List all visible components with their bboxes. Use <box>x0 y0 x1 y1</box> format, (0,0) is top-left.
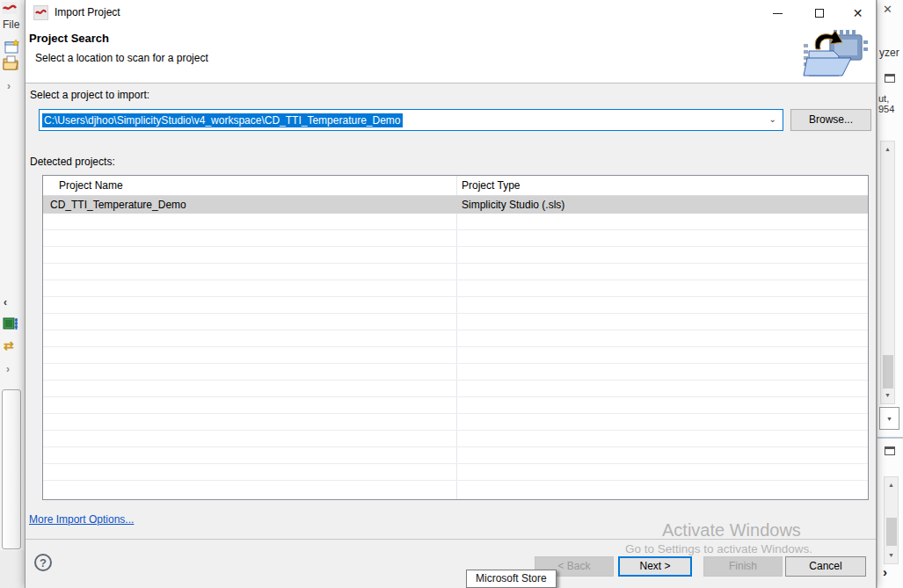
expand-chevron-icon[interactable]: › <box>6 363 10 375</box>
table-row[interactable] <box>43 264 868 280</box>
view-close-icon[interactable]: ✕ <box>883 3 892 16</box>
scroll-up-icon[interactable]: ▲ <box>881 143 894 156</box>
table-row[interactable] <box>43 464 868 481</box>
column-header-project-name[interactable]: Project Name <box>43 179 456 192</box>
import-project-dialog: Import Project ✕ Project Search Select a… <box>25 0 877 588</box>
table-row[interactable] <box>43 431 868 447</box>
restore-panel-icon[interactable] <box>885 74 895 83</box>
ide-left-strip: File › ‹ ⇄ › <box>0 0 25 588</box>
ide-right-strip: ✕ yzer ut, 954 ▲ ▼ ▼ ▲ ▼ › <box>877 0 903 588</box>
sync-arrows-icon[interactable]: ⇄ <box>4 338 14 352</box>
table-row[interactable] <box>43 330 868 347</box>
next-button[interactable]: Next > <box>618 556 692 577</box>
table-row[interactable] <box>43 280 868 297</box>
minimize-button[interactable] <box>758 0 797 26</box>
scroll-left-icon[interactable]: ‹ <box>4 296 7 309</box>
table-row-selected[interactable]: CD_TTI_Temperature_Demo Simplicity Studi… <box>43 196 868 214</box>
table-row[interactable] <box>43 297 868 314</box>
project-path-combobox[interactable]: C:\Users\djhoo\SimplicityStudio\v4_works… <box>39 109 783 131</box>
dialog-titlebar[interactable]: Import Project ✕ <box>25 0 876 26</box>
expand-chevron-icon[interactable]: › <box>883 564 887 579</box>
chip-view-icon[interactable] <box>3 316 19 335</box>
chevron-down-icon[interactable]: ⌄ <box>769 114 776 124</box>
table-header-row: Project Name Project Type <box>43 176 868 196</box>
cancel-button[interactable]: Cancel <box>785 556 866 577</box>
wizard-header: Project Search Select a location to scan… <box>25 26 876 83</box>
taskbar-tooltip: Microsoft Store <box>466 570 557 588</box>
dialog-title: Import Project <box>55 6 120 18</box>
table-row[interactable] <box>43 230 868 247</box>
help-button[interactable]: ? <box>34 554 52 571</box>
status-text-partial: ut, 954 <box>878 93 903 114</box>
simplicity-studio-icon <box>33 5 48 20</box>
maximize-button[interactable] <box>799 0 839 26</box>
table-row[interactable] <box>43 381 868 397</box>
project-name-cell: CD_TTI_Temperature_Demo <box>43 199 456 211</box>
maximize-icon <box>815 9 824 18</box>
open-folder-icon[interactable] <box>3 55 20 75</box>
scrollbar-thumb[interactable] <box>883 355 893 388</box>
table-row[interactable] <box>43 347 868 364</box>
more-import-options-link[interactable]: More Import Options... <box>29 513 134 526</box>
table-row[interactable] <box>43 214 868 230</box>
browse-button[interactable]: Browse... <box>790 109 871 131</box>
import-folder-graphic-icon <box>797 28 869 81</box>
select-project-label: Select a project to import: <box>30 89 149 101</box>
table-row[interactable] <box>43 314 868 330</box>
table-row[interactable] <box>43 447 868 464</box>
close-button[interactable]: ✕ <box>838 0 878 26</box>
wizard-subtitle: Select a location to scan for a project <box>35 52 208 64</box>
scroll-down-icon[interactable]: ▼ <box>881 389 894 402</box>
table-empty-rows <box>43 214 868 481</box>
table-row[interactable] <box>43 397 868 414</box>
collapsed-panel <box>2 389 21 549</box>
table-row[interactable] <box>43 247 868 264</box>
menu-file[interactable]: File <box>3 18 19 31</box>
expand-chevron-icon[interactable]: › <box>7 80 11 92</box>
table-row[interactable] <box>43 414 868 431</box>
scrollbar-vertical[interactable]: ▲ ▼ <box>880 141 895 404</box>
detected-projects-table: Project Name Project Type CD_TTI_Tempera… <box>42 175 869 500</box>
dropdown-button[interactable]: ▼ <box>879 407 899 430</box>
wizard-title: Project Search <box>29 32 109 45</box>
scroll-down-icon[interactable]: ▼ <box>885 549 898 562</box>
scroll-up-icon[interactable]: ▲ <box>885 479 898 491</box>
scrollbar-thumb[interactable] <box>886 518 897 546</box>
table-row[interactable] <box>43 364 868 381</box>
footer-separator <box>25 539 876 540</box>
new-project-icon[interactable] <box>4 39 21 57</box>
detected-projects-label: Detected projects: <box>30 156 115 168</box>
close-icon: ✕ <box>853 6 863 20</box>
project-type-cell: Simplicity Studio (.sls) <box>456 199 868 211</box>
scrollbar-vertical[interactable]: ▲ ▼ <box>884 476 899 564</box>
simplicity-studio-logo-icon <box>2 2 18 18</box>
column-header-project-type[interactable]: Project Type <box>456 179 868 192</box>
tab-label-partial[interactable]: yzer <box>879 47 899 59</box>
minimize-icon <box>773 13 783 14</box>
project-path-value[interactable]: C:\Users\djhoo\SimplicityStudio\v4_works… <box>42 113 403 127</box>
restore-panel-icon[interactable] <box>885 446 895 455</box>
finish-button[interactable]: Finish <box>703 556 783 577</box>
